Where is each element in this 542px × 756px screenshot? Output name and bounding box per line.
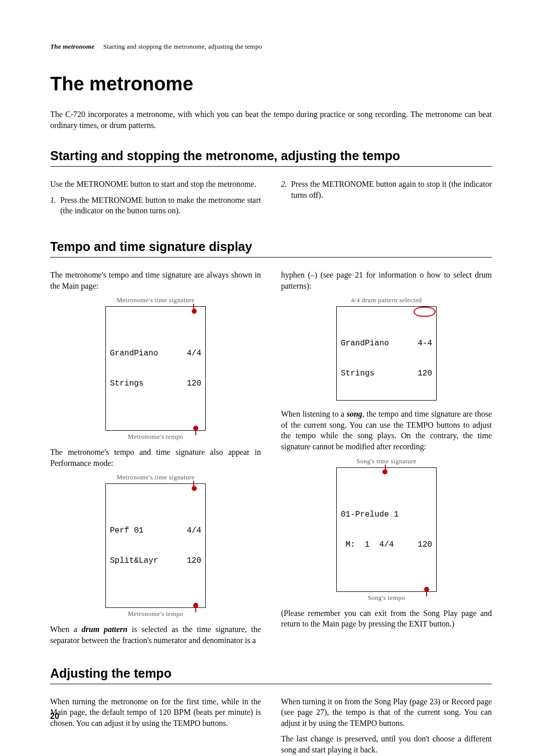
s2-left-p3: When a drum pattern is selected as the t… bbox=[50, 624, 261, 646]
lcd4-r1-r: 1 bbox=[394, 510, 399, 520]
s2-left-p2: The metronome's tempo and time signature… bbox=[50, 447, 261, 468]
lcd4-top-label: Song's time signature bbox=[356, 457, 417, 465]
lcd3-r1-r: 4-4 bbox=[418, 338, 432, 348]
lcd3-r1-l: GrandPiano bbox=[341, 338, 389, 348]
lcd1-box: GrandPiano4/4 Strings120 bbox=[105, 306, 206, 431]
marker-dot-icon bbox=[192, 486, 197, 491]
lcd2-r1-l: Perf 01 bbox=[110, 526, 144, 536]
s3-right-p1: When turning it on from the Song Play (p… bbox=[281, 696, 492, 729]
section3-columns: When turning the metronome on for the fi… bbox=[50, 696, 492, 756]
lcd3-box: GrandPiano4-4 Strings120 bbox=[336, 306, 437, 401]
s2-left-p3-a: When a bbox=[50, 625, 82, 634]
marker-line-icon bbox=[426, 591, 427, 596]
s3-right-p2: The last change is preserved, until you … bbox=[281, 733, 492, 755]
section1-right-col: 2. Press the METRONOME button again to s… bbox=[281, 179, 492, 219]
step-2-num: 2. bbox=[281, 179, 287, 200]
lcd1-top-label: Metronome's time signature bbox=[116, 296, 194, 304]
section1-columns: Use the METRONOME button to start and st… bbox=[50, 179, 492, 219]
s2-right-p2: When listening to a song, the tempo and … bbox=[281, 409, 492, 452]
section2-columns: The metronome's tempo and time signature… bbox=[50, 270, 492, 651]
section-heading-adjusting: Adjusting the tempo bbox=[50, 666, 492, 684]
s2-right-p2-b: song bbox=[347, 410, 362, 418]
lcd4-r2-l: M: 1 4/4 bbox=[341, 540, 394, 550]
section3-left-col: When turning the metronome on for the fi… bbox=[50, 696, 261, 756]
lcd4-r1-l: 01-Prelude bbox=[341, 510, 389, 520]
lcd-main-page: Metronome's time signature GrandPiano4/4… bbox=[50, 296, 261, 441]
section-heading-tempo-display: Tempo and time signature display bbox=[50, 239, 492, 258]
step-2-text: Press the METRONOME button again to stop… bbox=[291, 179, 492, 200]
s2-right-p1: hyphen (–) (see page 21 for information … bbox=[281, 270, 492, 291]
s3-left-p: When turning the metronome on for the fi… bbox=[50, 696, 261, 729]
section-heading-start-stop: Starting and stopping the metronome, adj… bbox=[50, 149, 492, 167]
step-2: 2. Press the METRONOME button again to s… bbox=[281, 179, 492, 200]
marker-line-icon bbox=[193, 481, 194, 486]
page-number: 20 bbox=[50, 712, 59, 721]
running-head-subtitle: Starting and stopping the metronome, adj… bbox=[103, 43, 262, 50]
lcd-performance: Metronome's time signature Perf 014/4 Sp… bbox=[50, 473, 261, 618]
page-title: The metronome bbox=[50, 73, 492, 95]
step-1: 1. Press the METRONOME button to make th… bbox=[50, 195, 261, 216]
lcd1-r2-l: Strings bbox=[110, 379, 144, 389]
running-head: The metronome Starting and stopping the … bbox=[50, 43, 492, 51]
s2-right-p2-a: When listening to a bbox=[281, 410, 347, 418]
lcd2-r1-r: 4/4 bbox=[187, 526, 201, 536]
section2-left-col: The metronome's tempo and time signature… bbox=[50, 270, 261, 651]
lcd-song: Song's time signature 01-Prelude1 M: 1 4… bbox=[281, 457, 492, 602]
step-1-num: 1. bbox=[50, 195, 56, 216]
marker-line-icon bbox=[195, 607, 196, 612]
lcd3-r2-l: Strings bbox=[341, 368, 374, 379]
s2-left-p1: The metronome's tempo and time signature… bbox=[50, 270, 261, 291]
marker-line-icon bbox=[193, 304, 194, 309]
lcd4-bot-label: Song's tempo bbox=[368, 594, 405, 602]
lcd1-r1-r: 4/4 bbox=[187, 348, 201, 358]
lcd-drum-pattern: 4/4 drum pattern selected GrandPiano4-4 … bbox=[281, 296, 492, 403]
s2-left-p3-b: drum pattern bbox=[82, 625, 127, 634]
section2-right-col: hyphen (–) (see page 21 for information … bbox=[281, 270, 492, 651]
lcd2-bot-label: Metronome's tempo bbox=[128, 610, 183, 618]
lcd2-r2-l: Split&Layr bbox=[110, 556, 158, 566]
running-head-section: The metronome bbox=[50, 43, 94, 50]
lcd4-box: 01-Prelude1 M: 1 4/4120 bbox=[336, 467, 437, 592]
marker-dot-icon bbox=[382, 469, 387, 474]
lcd2-box: Perf 014/4 Split&Layr120 bbox=[105, 483, 206, 608]
marker-oval-icon bbox=[414, 307, 436, 317]
lcd3-top-label: 4/4 drum pattern selected bbox=[351, 296, 422, 304]
section1-left-col: Use the METRONOME button to start and st… bbox=[50, 179, 261, 219]
s2-right-p3: (Please remember you can exit from the S… bbox=[281, 608, 492, 629]
lcd2-r2-r: 120 bbox=[187, 556, 201, 566]
lcd1-r2-r: 120 bbox=[187, 379, 201, 389]
section3-right-col: When turning it on from the Song Play (p… bbox=[281, 696, 492, 756]
lcd1-r1-l: GrandPiano bbox=[110, 348, 158, 358]
lcd1-bot-label: Metronome's tempo bbox=[128, 433, 183, 441]
section1-left-para: Use the METRONOME button to start and st… bbox=[50, 179, 261, 190]
lcd2-top-label: Metronome's time signature bbox=[116, 473, 194, 481]
marker-line-icon bbox=[195, 430, 196, 435]
lcd3-r2-r: 120 bbox=[418, 368, 432, 379]
marker-dot-icon bbox=[192, 309, 197, 314]
lcd4-r2-r: 120 bbox=[418, 540, 432, 550]
step-1-text: Press the METRONOME button to make the m… bbox=[60, 195, 261, 216]
intro-paragraph: The C-720 incorporates a metronome, with… bbox=[50, 109, 492, 131]
